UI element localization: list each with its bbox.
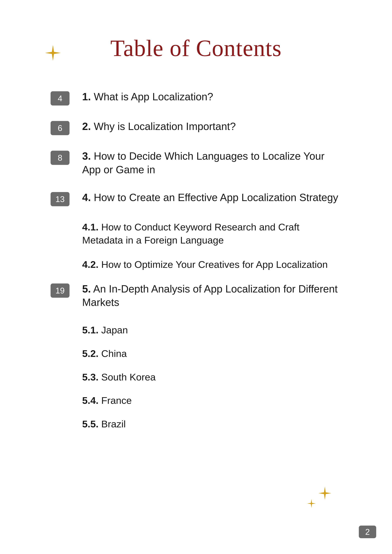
toc-entry-4: 13 4. How to Create an Effective App Loc… [50,191,342,206]
page-badge-1: 4 [50,91,70,105]
toc-label-3: How to Decide Which Languages to Localiz… [82,150,324,175]
toc-sub-label-5-4: France [101,395,132,406]
toc-sub-entry-5-5: 5.5. Brazil [82,417,342,431]
toc-sub-text-5-2: 5.2. China [82,347,342,360]
toc-num-2: 2. [82,120,91,132]
toc-entry-1: 4 1. What is App Localization? [50,90,342,105]
toc-sub-entry-5-1: 5.1. Japan [82,323,342,337]
toc-sub-num-5-2: 5.2. [82,348,98,359]
toc-label-1: What is App Localization? [94,91,213,103]
toc-entry-2: 6 2. Why is Localization Important? [50,120,342,135]
toc-num-4: 4. [82,192,91,203]
toc-text-5: 5. An In-Depth Analysis of App Localizat… [82,282,342,309]
toc-sub-text-4-1: 4.1. How to Conduct Keyword Research and… [82,221,342,247]
toc-num-3: 3. [82,150,91,162]
toc-sub-num-5-4: 5.4. [82,395,98,406]
toc-text-4: 4. How to Create an Effective App Locali… [82,191,338,204]
toc-sub-text-5-4: 5.4. France [82,394,342,407]
toc-text-3: 3. How to Decide Which Languages to Loca… [82,149,342,177]
page-badge-4: 13 [50,192,70,206]
toc-num-5: 5. [82,283,91,295]
toc-label-4: How to Create an Effective App Localizat… [94,192,338,203]
toc-label-2: Why is Localization Important? [94,120,236,132]
toc-sub-label-5-3: South Korea [101,372,156,382]
toc-sub-num-4-2: 4.2. [82,259,98,270]
toc-sub-label-5-2: China [101,348,127,359]
toc-label-5: An In-Depth Analysis of App Localization… [82,283,338,308]
toc-text-2: 2. Why is Localization Important? [82,120,236,133]
toc-sub-num-5-1: 5.1. [82,325,98,335]
decorative-star-top-left [44,44,62,62]
toc-sub-num-5-5: 5.5. [82,418,98,429]
page: Table of Contents 4 1. What is App Local… [0,0,392,554]
toc-sub-entry-4-2: 4.2. How to Optimize Your Creatives for … [82,258,342,271]
toc-num-1: 1. [82,91,91,103]
toc-sub-text-5-1: 5.1. Japan [82,323,342,337]
toc-sub-label-5-1: Japan [101,325,128,335]
page-badge-3: 8 [50,151,70,165]
toc-sub-entry-4-1: 4.1. How to Conduct Keyword Research and… [82,221,342,247]
decorative-star-bottom-right-large [318,486,332,500]
toc-sub-label-4-1: How to Conduct Keyword Research and Craf… [82,222,299,246]
page-badge-5: 19 [50,284,70,298]
toc-text-1: 1. What is App Localization? [82,90,213,104]
page-number-badge: 2 [359,526,376,538]
toc-sub-label-4-2: How to Optimize Your Creatives for App L… [101,259,328,270]
page-title: Table of Contents [50,35,342,62]
toc-sub-num-4-1: 4.1. [82,222,98,232]
toc-sub-text-5-3: 5.3. South Korea [82,370,342,384]
toc-sub-entry-5-4: 5.4. France [82,394,342,407]
toc-entry-3: 8 3. How to Decide Which Languages to Lo… [50,149,342,177]
toc-sub-num-5-3: 5.3. [82,372,98,382]
decorative-star-bottom-right-small [307,499,316,508]
toc-sub-text-5-5: 5.5. Brazil [82,417,342,431]
page-badge-2: 6 [50,121,70,135]
toc-sub-entry-5-3: 5.3. South Korea [82,370,342,384]
toc-sub-label-5-5: Brazil [101,418,126,429]
toc-sub-entry-5-2: 5.2. China [82,347,342,360]
toc-sub-text-4-2: 4.2. How to Optimize Your Creatives for … [82,258,342,271]
toc-entry-5: 19 5. An In-Depth Analysis of App Locali… [50,282,342,309]
